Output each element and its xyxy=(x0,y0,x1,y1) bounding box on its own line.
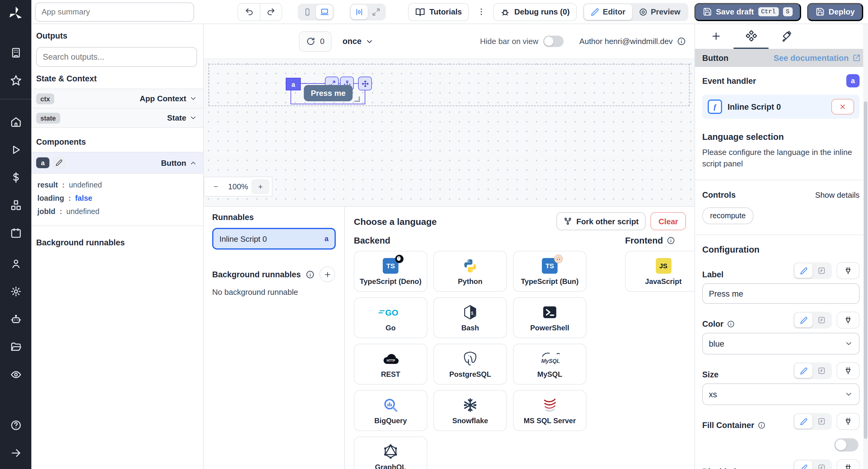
insert-component-tab[interactable] xyxy=(699,24,734,49)
settings-scrollbar[interactable] xyxy=(863,24,868,469)
trigger-policy-dropdown[interactable]: once xyxy=(342,37,373,46)
styling-tab[interactable] xyxy=(769,24,804,49)
deploy-button[interactable]: Deploy xyxy=(807,3,863,21)
language-card-javascript[interactable]: JSJavaScript xyxy=(625,251,694,292)
info-icon[interactable] xyxy=(758,422,766,430)
runnable-inline-script-item[interactable]: Inline Script 0 a xyxy=(212,228,336,250)
component-row-button[interactable]: a Button xyxy=(31,152,203,174)
static-mode-button[interactable] xyxy=(795,414,812,429)
preview-tab[interactable]: Preview xyxy=(632,4,687,20)
refresh-count-button[interactable]: 0 xyxy=(299,31,332,52)
info-icon[interactable] xyxy=(727,320,735,328)
full-width-button[interactable] xyxy=(368,4,384,19)
zoom-out-button[interactable]: − xyxy=(207,179,225,194)
info-icon[interactable] xyxy=(667,236,675,245)
mobile-view-button[interactable] xyxy=(299,4,316,19)
undo-button[interactable] xyxy=(238,3,260,20)
app-canvas[interactable]: a Press me − 100% + xyxy=(204,59,694,206)
desktop-view-button[interactable] xyxy=(316,4,333,19)
fork-other-script-button[interactable]: Fork other script xyxy=(556,212,646,230)
connect-plug-button[interactable] xyxy=(837,413,860,430)
add-background-runnable-button[interactable] xyxy=(319,267,335,282)
connect-plug-button[interactable] xyxy=(837,460,860,469)
scrollbar-thumb[interactable] xyxy=(864,101,867,439)
folders-icon[interactable] xyxy=(0,336,31,357)
schedules-calendar-icon[interactable] xyxy=(0,222,31,243)
language-card-typescript-bun[interactable]: TSTypeScript (Bun) xyxy=(513,251,587,292)
redo-button[interactable] xyxy=(260,3,281,20)
windmill-logo-icon[interactable] xyxy=(8,6,24,22)
rename-pencil-icon[interactable] xyxy=(53,157,65,169)
language-card-snowflake[interactable]: Snowflake xyxy=(433,390,507,431)
runs-play-icon[interactable] xyxy=(0,139,31,160)
prop-jobid[interactable]: jobId:undefined xyxy=(37,205,197,218)
eval-mode-button[interactable] xyxy=(812,313,831,327)
eval-mode-button[interactable] xyxy=(812,414,831,429)
zoom-in-button[interactable]: + xyxy=(251,179,270,194)
language-card-python[interactable]: Python xyxy=(433,251,507,292)
canvas-grid-container[interactable] xyxy=(209,64,689,106)
remove-script-button[interactable] xyxy=(831,99,854,115)
language-card-rest[interactable]: HTTPREST xyxy=(354,344,427,385)
resize-handle[interactable] xyxy=(354,96,360,102)
clear-button[interactable]: Clear xyxy=(651,212,686,230)
language-card-powershell[interactable]: PowerShell xyxy=(513,297,587,338)
prop-result[interactable]: result:undefined xyxy=(37,179,197,192)
search-outputs-input[interactable] xyxy=(36,47,197,67)
connect-plug-button[interactable] xyxy=(837,363,860,379)
info-icon[interactable] xyxy=(306,270,315,279)
workspace-icon[interactable] xyxy=(0,42,31,63)
home-icon[interactable] xyxy=(0,112,31,132)
center-content-button[interactable] xyxy=(351,4,368,19)
ctx-row[interactable]: ctx App Context xyxy=(31,89,203,108)
color-value: blue xyxy=(709,339,724,348)
language-card-mysql[interactable]: MySQLMySQL xyxy=(513,344,587,385)
static-mode-button[interactable] xyxy=(795,264,812,278)
static-mode-button[interactable] xyxy=(795,461,812,469)
audit-eye-icon[interactable] xyxy=(0,364,31,385)
user-icon[interactable] xyxy=(0,253,31,274)
language-card-ms-sql-server[interactable]: MS SQL Server xyxy=(513,390,587,431)
component-settings-tab[interactable] xyxy=(734,24,769,49)
language-card-bigquery[interactable]: BigQuery xyxy=(354,390,427,431)
variables-dollar-icon[interactable] xyxy=(0,167,31,187)
connect-plug-button[interactable] xyxy=(837,262,860,279)
label-value-input[interactable] xyxy=(702,284,860,304)
hide-bar-toggle[interactable] xyxy=(543,36,564,47)
see-documentation-link[interactable]: See documentation xyxy=(774,53,861,62)
show-details-link[interactable]: Show details xyxy=(815,191,860,200)
inline-script-row[interactable]: f Inline Script 0 xyxy=(702,95,860,119)
eval-mode-button[interactable] xyxy=(812,364,831,378)
help-icon[interactable] xyxy=(0,415,31,435)
app-summary-input[interactable] xyxy=(35,2,194,22)
editor-tab[interactable]: Editor xyxy=(584,4,632,20)
move-component-handle[interactable] xyxy=(358,76,372,90)
debug-runs-button[interactable]: Debug runs (0) xyxy=(493,3,577,21)
save-draft-button[interactable]: Save draft Ctrl S xyxy=(694,3,801,21)
settings-gear-icon[interactable] xyxy=(0,281,31,302)
static-mode-button[interactable] xyxy=(795,313,812,327)
static-mode-button[interactable] xyxy=(795,364,812,378)
connect-plug-button[interactable] xyxy=(837,312,860,329)
resources-boxes-icon[interactable] xyxy=(0,195,31,215)
language-card-postgresql[interactable]: PostgreSQL xyxy=(433,344,507,385)
button-component[interactable]: Press me xyxy=(304,85,352,101)
info-icon[interactable] xyxy=(677,37,686,46)
more-menu-button[interactable] xyxy=(475,7,487,16)
color-select[interactable]: blue xyxy=(702,333,860,355)
language-card-go[interactable]: GOGo xyxy=(354,297,427,338)
prop-loading[interactable]: loading:false xyxy=(37,192,197,205)
tutorials-button[interactable]: Tutorials xyxy=(408,3,469,21)
eval-mode-button[interactable] xyxy=(812,461,831,469)
language-card-bash[interactable]: $_Bash xyxy=(433,297,507,338)
eval-mode-button[interactable] xyxy=(812,264,831,278)
favorites-star-icon[interactable] xyxy=(0,70,31,90)
workers-robot-icon[interactable] xyxy=(0,309,31,329)
recompute-pill[interactable]: recompute xyxy=(702,208,753,224)
language-card-typescript-deno[interactable]: TSTypeScript (Deno) xyxy=(354,251,427,292)
expand-sidebar-arrow-icon[interactable] xyxy=(0,442,31,463)
language-card-graphql[interactable]: GraphQL xyxy=(354,436,427,469)
fill-container-toggle[interactable] xyxy=(834,439,858,452)
size-select[interactable]: xs xyxy=(702,384,860,405)
state-row[interactable]: state State xyxy=(31,108,203,128)
